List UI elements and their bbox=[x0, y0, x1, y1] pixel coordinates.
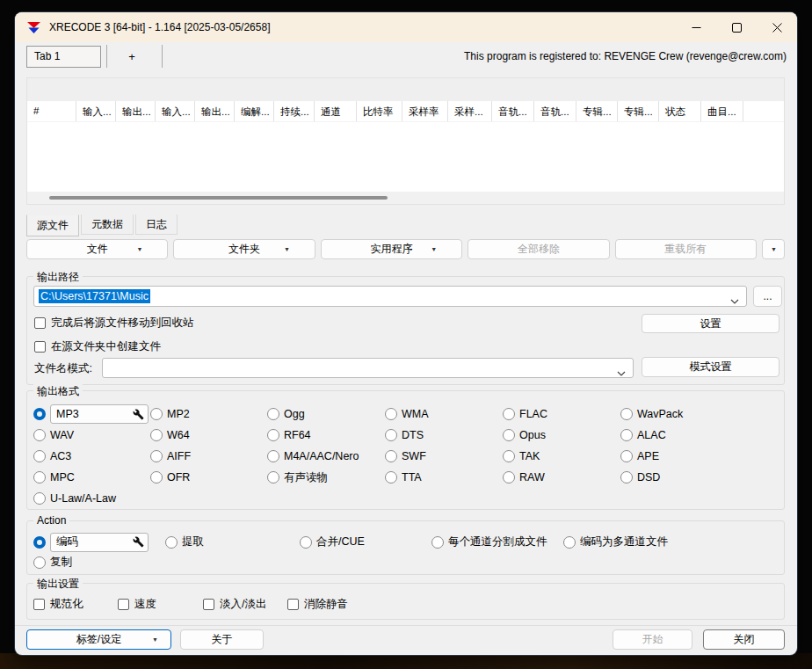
minimize-button[interactable] bbox=[676, 12, 716, 42]
table-column-header-option-7[interactable]: 通道 bbox=[315, 101, 357, 121]
action-option-option-4[interactable]: 编码为多通道文件 bbox=[563, 534, 668, 549]
chevron-down-icon[interactable] bbox=[730, 295, 739, 307]
about-button[interactable]: 关于 bbox=[180, 629, 264, 650]
format-option-alac[interactable]: ALAC bbox=[620, 429, 683, 441]
output-setting-label: 消除静音 bbox=[304, 597, 348, 612]
table-column-header-option-4[interactable]: 输出... bbox=[195, 101, 235, 121]
maximize-button[interactable] bbox=[716, 12, 757, 42]
format-option-ogg[interactable]: Ogg bbox=[267, 408, 385, 420]
table-column-header-option-11[interactable]: 音轨... bbox=[492, 101, 534, 121]
toolbar-button-label: 实用程序 bbox=[371, 242, 413, 257]
filename-pattern-combobox[interactable] bbox=[102, 358, 634, 378]
format-option-u-law-a-law[interactable]: U-Law/A-Law bbox=[33, 492, 150, 505]
close-window-button[interactable]: 关闭 bbox=[703, 629, 785, 650]
scrollbar-thumb[interactable] bbox=[49, 196, 388, 200]
format-option-flac[interactable]: FLAC bbox=[503, 408, 620, 420]
output-setting-option-2[interactable]: 淡入/淡出 bbox=[203, 597, 287, 612]
format-option-mpc[interactable]: MPC bbox=[33, 471, 150, 484]
format-option-ape[interactable]: APE bbox=[620, 450, 683, 462]
toolbar-button-label: 重载所有 bbox=[664, 242, 707, 257]
output-path-combobox[interactable]: C:\Users\17371\Music bbox=[33, 286, 747, 307]
table-column-header-option-0[interactable]: # bbox=[27, 101, 76, 121]
toolbar-button-option-0[interactable]: 文件▼ bbox=[26, 239, 168, 259]
format-editor-box[interactable]: MP3 bbox=[50, 404, 149, 424]
tab-1[interactable]: Tab 1 bbox=[26, 46, 101, 68]
format-option-wavpack[interactable]: WavPack bbox=[620, 408, 683, 420]
wrench-icon[interactable] bbox=[133, 536, 144, 548]
checkbox-icon bbox=[203, 599, 214, 610]
action-option-cue[interactable]: 合并/CUE bbox=[300, 534, 431, 549]
table-column-header-option-10[interactable]: 采样... bbox=[448, 101, 492, 121]
pattern-settings-button[interactable]: 模式设置 bbox=[642, 357, 779, 377]
toolbar-button-option-3[interactable]: 全部移除 bbox=[468, 239, 609, 259]
format-option-w64[interactable]: W64 bbox=[150, 429, 267, 441]
format-option-wav[interactable]: WAV bbox=[33, 429, 150, 441]
output-setting-option-1[interactable]: 速度 bbox=[118, 597, 203, 612]
action-option-option-1[interactable]: 提取 bbox=[165, 534, 300, 549]
table-column-header-option-13[interactable]: 专辑... bbox=[576, 101, 618, 121]
table-column-header-option-5[interactable]: 编解... bbox=[235, 101, 274, 121]
toolbar-more-dropdown-button[interactable]: ▼ bbox=[762, 239, 785, 259]
format-option-dts[interactable]: DTS bbox=[385, 429, 503, 441]
title-bar[interactable]: XRECODE 3 [64-bit] - 1.164 [2025-03-05/2… bbox=[15, 12, 797, 42]
table-column-header-option-15[interactable]: 状态 bbox=[659, 101, 701, 121]
radio-icon bbox=[620, 450, 633, 462]
table-column-header-option-2[interactable]: 输出... bbox=[116, 101, 156, 121]
close-button[interactable] bbox=[757, 12, 797, 42]
format-option-opus[interactable]: Opus bbox=[503, 429, 620, 441]
format-option-label: MP2 bbox=[167, 408, 190, 420]
format-option-tak[interactable]: TAK bbox=[503, 450, 620, 462]
format-options-grid: MP3MP2OggWMAFLACWavPackWAVW64RF64DTSOpus… bbox=[33, 404, 683, 509]
start-button[interactable]: 开始 bbox=[613, 629, 692, 650]
chevron-down-icon[interactable] bbox=[617, 367, 626, 379]
table-column-header-option-12[interactable]: 音轨... bbox=[534, 101, 576, 121]
table-column-header-option-1[interactable]: 输入... bbox=[76, 101, 116, 121]
format-option-rf64[interactable]: RF64 bbox=[267, 429, 385, 441]
panel-tab-option-1[interactable]: 元数据 bbox=[81, 215, 134, 235]
move-to-recycle-checkbox[interactable]: 完成后将源文件移动到回收站 bbox=[34, 316, 194, 331]
add-tab-button[interactable]: + bbox=[107, 50, 156, 63]
format-option-ofr[interactable]: OFR bbox=[150, 471, 267, 484]
format-option-mp3[interactable]: MP3 bbox=[33, 404, 150, 424]
radio-icon bbox=[620, 429, 633, 441]
format-option-raw[interactable]: RAW bbox=[503, 471, 620, 484]
action-option-option-5[interactable]: 复制 bbox=[33, 555, 165, 570]
horizontal-scrollbar[interactable] bbox=[27, 192, 784, 204]
table-column-header-option-6[interactable]: 持续... bbox=[274, 101, 315, 121]
action-option-option-3[interactable]: 每个通道分割成文件 bbox=[431, 534, 563, 549]
panel-tab-option-2[interactable]: 日志 bbox=[135, 215, 178, 235]
table-body[interactable] bbox=[27, 122, 784, 192]
format-option-tta[interactable]: TTA bbox=[385, 471, 503, 484]
table-column-header-option-16[interactable]: 曲目... bbox=[701, 101, 743, 121]
tags-settings-button[interactable]: 标签/设定 ▼ bbox=[26, 629, 171, 650]
action-option-option-0[interactable]: 编码 bbox=[33, 533, 165, 552]
output-format-group: 输出格式 MP3MP2OggWMAFLACWavPackWAVW64RF64DT… bbox=[26, 390, 785, 510]
action-editor-box[interactable]: 编码 bbox=[50, 533, 149, 552]
table-column-header-option-14[interactable]: 专辑... bbox=[618, 101, 659, 121]
format-option-ac3[interactable]: AC3 bbox=[33, 450, 150, 462]
format-option-m4a-aac-nero[interactable]: M4A/AAC/Nero bbox=[267, 450, 385, 462]
toolbar-button-option-1[interactable]: 文件夹▼ bbox=[173, 239, 315, 259]
format-option-wma[interactable]: WMA bbox=[385, 408, 503, 420]
panel-tab-option-0[interactable]: 源文件 bbox=[26, 215, 79, 236]
output-setting-option-3[interactable]: 消除静音 bbox=[287, 597, 348, 612]
table-column-header-option-9[interactable]: 采样率 bbox=[402, 101, 448, 121]
toolbar-button-option-2[interactable]: 实用程序▼ bbox=[321, 239, 462, 259]
wrench-icon[interactable] bbox=[133, 409, 144, 420]
format-option-dsd[interactable]: DSD bbox=[620, 471, 683, 484]
browse-button[interactable]: ... bbox=[753, 286, 782, 307]
settings-button[interactable]: 设置 bbox=[642, 314, 779, 333]
format-option-mp2[interactable]: MP2 bbox=[150, 408, 267, 420]
format-option-option-20[interactable]: 有声读物 bbox=[267, 470, 385, 485]
create-in-source-checkbox[interactable]: 在源文件夹中创建文件 bbox=[34, 339, 161, 354]
action-option-label: 编码 bbox=[56, 534, 133, 549]
table-column-header-option-8[interactable]: 比特率 bbox=[357, 101, 402, 121]
output-format-title: 输出格式 bbox=[33, 384, 83, 399]
radio-icon bbox=[503, 450, 515, 462]
output-setting-option-0[interactable]: 规范化 bbox=[33, 597, 118, 612]
file-table[interactable]: #输入...输出...输入...输出...编解...持续...通道比特率采样率采… bbox=[26, 77, 785, 205]
table-column-header-option-3[interactable]: 输入... bbox=[156, 101, 195, 121]
format-option-aiff[interactable]: AIFF bbox=[150, 450, 267, 462]
toolbar-button-option-4[interactable]: 重载所有 bbox=[615, 239, 757, 259]
format-option-swf[interactable]: SWF bbox=[385, 450, 503, 462]
